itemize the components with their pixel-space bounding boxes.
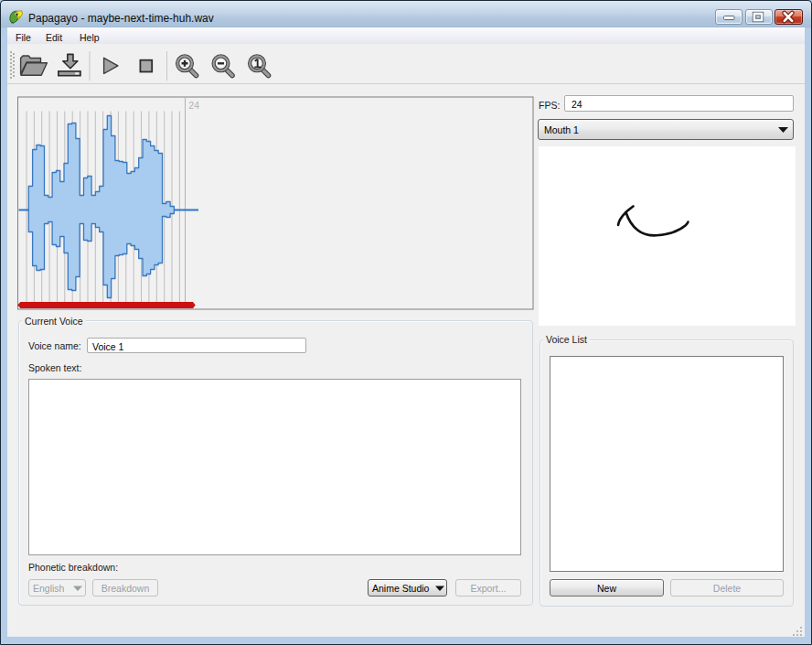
svg-text:24: 24 <box>188 99 199 110</box>
